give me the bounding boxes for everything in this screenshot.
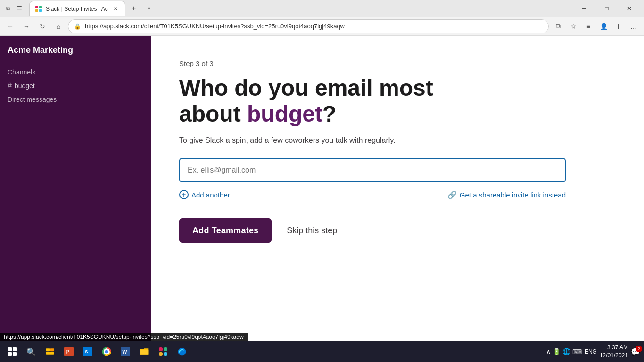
- tab-list-button[interactable]: ▾: [142, 2, 156, 15]
- status-bar: https://app.slack.com/client/T01K5SGUKNU…: [0, 333, 248, 341]
- title-bar-icons: ⧉ ☰: [4, 4, 24, 13]
- taskbar-date: 12/01/2021: [600, 352, 628, 360]
- skip-step-button[interactable]: Skip this step: [283, 226, 341, 236]
- forward-button[interactable]: →: [20, 20, 33, 33]
- profile-icon[interactable]: 👤: [597, 20, 610, 33]
- start-button[interactable]: [4, 343, 21, 360]
- taskbar: 🔍 P S W: [0, 341, 644, 362]
- svg-text:W: W: [122, 349, 127, 354]
- main-content: Step 3 of 3 Who do you email most about …: [151, 36, 644, 345]
- email-input[interactable]: [179, 158, 566, 182]
- taskbar-time: 3:37 AM: [600, 344, 628, 352]
- status-url: https://app.slack.com/client/T01K5SGUKNU…: [4, 334, 244, 340]
- heading-highlight: budget: [247, 101, 322, 126]
- taskbar-search[interactable]: 🔍: [23, 343, 40, 360]
- svg-rect-1: [46, 352, 54, 355]
- minimize-button[interactable]: ─: [573, 0, 595, 17]
- taskbar-store-icon[interactable]: S: [79, 343, 96, 360]
- main-heading: Who do you email most about budget?: [179, 75, 616, 127]
- invite-link-suffix: instead: [541, 191, 566, 199]
- notification-badge: 2: [636, 346, 642, 352]
- heading-part3: ?: [322, 101, 336, 126]
- svg-point-8: [105, 350, 108, 354]
- maximize-button[interactable]: □: [596, 0, 618, 17]
- browser-tab-active[interactable]: Slack | Setup Invites | Ac ✕: [29, 1, 125, 16]
- svg-rect-2: [50, 348, 54, 351]
- network-icon: 🌐: [562, 348, 570, 355]
- taskbar-right: ∧ 🔋 🌐 ⌨ ENG 3:37 AM 12/01/2021 💬 2: [546, 344, 640, 360]
- invite-link[interactable]: 🔗 Get a shareable invite link instead: [447, 190, 566, 199]
- chevron-up-icon[interactable]: ∧: [546, 348, 551, 355]
- new-tab-button[interactable]: +: [127, 2, 140, 15]
- buttons-row: Add Teammates Skip this step: [179, 218, 616, 243]
- taskbar-chrome-icon[interactable]: [98, 343, 115, 360]
- address-bar: ← → ↻ ⌂ 🔒 https://app.slack.com/client/T…: [0, 17, 644, 36]
- close-button[interactable]: ✕: [619, 0, 640, 17]
- svg-text:S: S: [85, 349, 88, 354]
- url-text: https://app.slack.com/client/T01K5SGUKNU…: [85, 23, 543, 30]
- add-another-link[interactable]: + Add another: [179, 190, 230, 199]
- collections-icon[interactable]: ≡: [582, 20, 595, 33]
- channel-name: budget: [15, 82, 35, 90]
- back-button[interactable]: ←: [4, 20, 17, 33]
- tab-title: Slack | Setup Invites | Ac: [46, 6, 108, 12]
- add-teammates-button[interactable]: Add Teammates: [179, 218, 272, 243]
- taskbar-word-icon[interactable]: W: [117, 343, 134, 360]
- actions-row: + Add another 🔗 Get a shareable invite l…: [179, 190, 566, 199]
- address-bar-right: ⧉ ☆ ≡ 👤 ⬆ …: [552, 20, 640, 33]
- lock-icon: 🔒: [74, 23, 81, 30]
- sub-text: To give Slack a spin, add a few coworker…: [179, 136, 616, 145]
- taskbar-time-date: 3:37 AM 12/01/2021: [600, 344, 628, 360]
- taskbar-files-icon[interactable]: [136, 343, 153, 360]
- split-view-icon[interactable]: ⧉: [552, 20, 565, 33]
- battery-icon: 🔋: [553, 348, 561, 355]
- refresh-button[interactable]: ↻: [36, 20, 49, 33]
- notification-button[interactable]: 💬 2: [631, 347, 640, 356]
- add-another-icon: +: [179, 190, 189, 199]
- link-icon: 🔗: [447, 190, 457, 199]
- channels-label: Channels: [0, 65, 151, 80]
- url-bar[interactable]: 🔒 https://app.slack.com/client/T01K5SGUK…: [68, 19, 549, 33]
- favorite-icon[interactable]: ☆: [567, 20, 580, 33]
- taskbar-slack-icon[interactable]: [155, 343, 172, 360]
- taskbar-lang: ENG: [585, 348, 597, 355]
- home-button[interactable]: ⌂: [52, 20, 65, 33]
- keyboard-icon: ⌨: [572, 348, 582, 355]
- window-controls: ─ □ ✕: [573, 0, 640, 17]
- tab-close-button[interactable]: ✕: [112, 5, 119, 13]
- taskbar-powerpoint-icon[interactable]: P: [60, 343, 77, 360]
- workspace-name[interactable]: Acme Marketing: [0, 45, 151, 65]
- tab-icon-restore[interactable]: ⧉: [4, 4, 12, 13]
- windows-icon: [8, 347, 17, 356]
- invite-link-label: Get a shareable invite link: [460, 191, 541, 199]
- taskbar-file-explorer-icon[interactable]: [41, 343, 58, 360]
- invite-link-text: Get a shareable invite link instead: [460, 191, 566, 199]
- settings-icon[interactable]: …: [627, 20, 640, 33]
- step-label: Step 3 of 3: [179, 59, 616, 67]
- svg-text:P: P: [66, 349, 69, 354]
- heading-part1: Who do you email most: [179, 75, 433, 100]
- svg-rect-0: [46, 348, 50, 351]
- hash-icon: #: [8, 82, 12, 90]
- tab-icon-move[interactable]: ☰: [15, 4, 24, 13]
- share-icon[interactable]: ⬆: [612, 20, 625, 33]
- taskbar-system-icons: ∧ 🔋 🌐 ⌨: [546, 348, 582, 355]
- direct-messages-label: Direct messages: [0, 92, 151, 107]
- slack-favicon-icon: [35, 6, 42, 12]
- heading-part2: about: [179, 101, 247, 126]
- sidebar: Acme Marketing Channels # budget Direct …: [0, 36, 151, 345]
- taskbar-edge-icon[interactable]: [173, 343, 190, 360]
- app-container: Acme Marketing Channels # budget Direct …: [0, 36, 644, 345]
- title-bar: ⧉ ☰ Slack | Setup Invites | Ac ✕ + ▾ ─ □…: [0, 0, 644, 17]
- add-another-label: Add another: [191, 191, 230, 199]
- sidebar-channel-budget[interactable]: # budget: [0, 80, 151, 92]
